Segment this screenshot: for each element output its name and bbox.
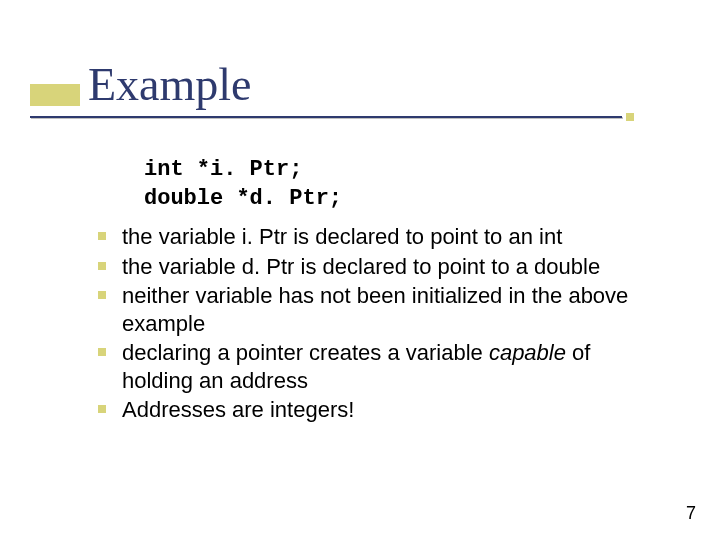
title-underline — [30, 116, 622, 118]
bullet-icon — [98, 405, 106, 413]
list-item: declaring a pointer creates a variable c… — [122, 339, 660, 394]
slide-title: Example — [88, 58, 252, 111]
bullet-text: declaring a pointer creates a variable — [122, 340, 489, 365]
list-item: Addresses are integers! — [122, 396, 660, 424]
code-block: int *i. Ptr; double *d. Ptr; — [144, 156, 660, 213]
list-item: the variable i. Ptr is declared to point… — [122, 223, 660, 251]
code-line-2: double *d. Ptr; — [144, 186, 342, 211]
bullet-list: the variable i. Ptr is declared to point… — [122, 223, 660, 424]
list-item: the variable d. Ptr is declared to point… — [122, 253, 660, 281]
bullet-text-italic: capable — [489, 340, 566, 365]
list-item: neither variable has not been initialize… — [122, 282, 660, 337]
bullet-text: the variable i. Ptr is declared to point… — [122, 224, 562, 249]
bullet-icon — [98, 291, 106, 299]
slide: Example int *i. Ptr; double *d. Ptr; the… — [0, 0, 720, 540]
bullet-icon — [98, 232, 106, 240]
bullet-text: Addresses are integers! — [122, 397, 354, 422]
title-underline-dot — [626, 113, 634, 121]
bullet-icon — [98, 262, 106, 270]
bullet-icon — [98, 348, 106, 356]
title-accent-block — [30, 84, 80, 106]
code-line-1: int *i. Ptr; — [144, 157, 302, 182]
bullet-text: the variable d. Ptr is declared to point… — [122, 254, 600, 279]
title-area: Example — [30, 62, 690, 132]
page-number: 7 — [686, 503, 696, 524]
slide-body: int *i. Ptr; double *d. Ptr; the variabl… — [122, 156, 660, 426]
bullet-text: neither variable has not been initialize… — [122, 283, 628, 336]
